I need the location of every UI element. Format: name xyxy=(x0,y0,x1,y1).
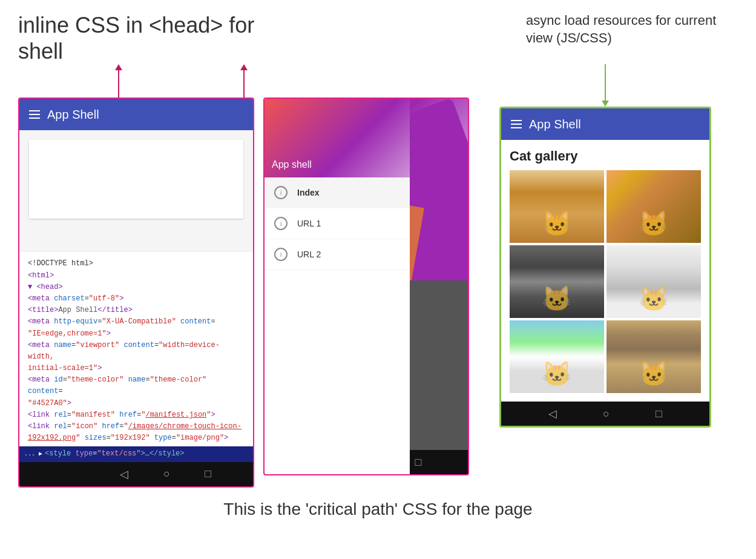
phones-left: App Shell <!DOCTYPE html> <html> ▼ <head… xyxy=(18,64,469,487)
hamburger-icon xyxy=(29,110,40,119)
phone3-header: App Shell xyxy=(501,108,709,140)
back-icon[interactable]: ◁ xyxy=(120,468,128,481)
content-area: App Shell <!DOCTYPE html> <html> ▼ <head… xyxy=(18,64,738,487)
drawer-icon-url1: i xyxy=(274,217,288,230)
async-load-label: async load resources for current view (J… xyxy=(526,12,720,47)
drawer-item-url1[interactable]: i URL 1 xyxy=(265,208,410,239)
phone1-title: App Shell xyxy=(47,108,99,122)
phone1-nav: ◁ ○ □ xyxy=(19,462,253,486)
cat-cell-2 xyxy=(606,170,701,243)
inline-css-label: inline CSS in <head> for shell xyxy=(18,12,278,64)
phone2-drawer: App shell i Index i URL 1 i xyxy=(265,99,410,474)
drawer-item-url2[interactable]: i URL 2 xyxy=(265,239,410,270)
hamburger-icon-3 xyxy=(511,120,522,128)
home-icon-3[interactable]: ○ xyxy=(603,408,610,420)
phone1-code: <!DOCTYPE html> <html> ▼ <head> <meta ch… xyxy=(19,251,253,461)
main-container: inline CSS in <head> for shell async loa… xyxy=(0,0,756,531)
cat-cell-4 xyxy=(606,245,701,318)
drawer-item-index[interactable]: i Index xyxy=(265,177,410,208)
phone2-inner: App shell i Index i URL 1 i xyxy=(265,99,468,450)
drawer-label-index: Index xyxy=(297,188,320,197)
phone3-title: App Shell xyxy=(529,117,581,131)
cat-cell-5 xyxy=(510,320,604,393)
drawer-header: App shell xyxy=(265,99,410,177)
drawer-label-url1: URL 1 xyxy=(297,219,321,228)
white-card xyxy=(29,140,243,219)
phone2: App shell i Index i URL 1 i xyxy=(263,98,469,475)
phone3-nav: ◁ ○ □ xyxy=(501,402,709,426)
cat-cell-3 xyxy=(510,245,604,318)
drawer-app-name: App shell xyxy=(272,159,312,170)
bottom-label: This is the 'critical path' CSS for the … xyxy=(18,500,738,519)
top-labels: inline CSS in <head> for shell async loa… xyxy=(18,12,738,64)
phone1: App Shell <!DOCTYPE html> <html> ▼ <head… xyxy=(18,98,254,487)
home-icon[interactable]: ○ xyxy=(163,468,170,480)
gallery-title: Cat gallery xyxy=(510,148,701,164)
phone1-content xyxy=(19,130,253,251)
recent-icon-2[interactable]: □ xyxy=(415,456,421,469)
phones-pair: App Shell <!DOCTYPE html> <html> ▼ <head… xyxy=(18,98,469,487)
recent-icon[interactable]: □ xyxy=(205,468,211,480)
drawer-label-url2: URL 2 xyxy=(297,250,321,259)
drawer-icon-url2: i xyxy=(274,248,288,261)
recent-icon-3[interactable]: □ xyxy=(656,408,662,420)
right-section: App Shell Cat gallery ◁ xyxy=(499,64,711,428)
cat-gallery: Cat gallery xyxy=(501,140,709,402)
cat-cell-6 xyxy=(606,320,701,393)
phone1-header: App Shell xyxy=(19,99,253,130)
cat-cell-1 xyxy=(510,170,604,243)
phone3: App Shell Cat gallery ◁ xyxy=(499,107,711,428)
cat-grid xyxy=(510,170,701,393)
drawer-icon-index: i xyxy=(274,186,288,199)
code-highlight: ... ▶ <style type="text/css">…</style> xyxy=(19,446,253,461)
back-icon-3[interactable]: ◁ xyxy=(548,407,557,420)
